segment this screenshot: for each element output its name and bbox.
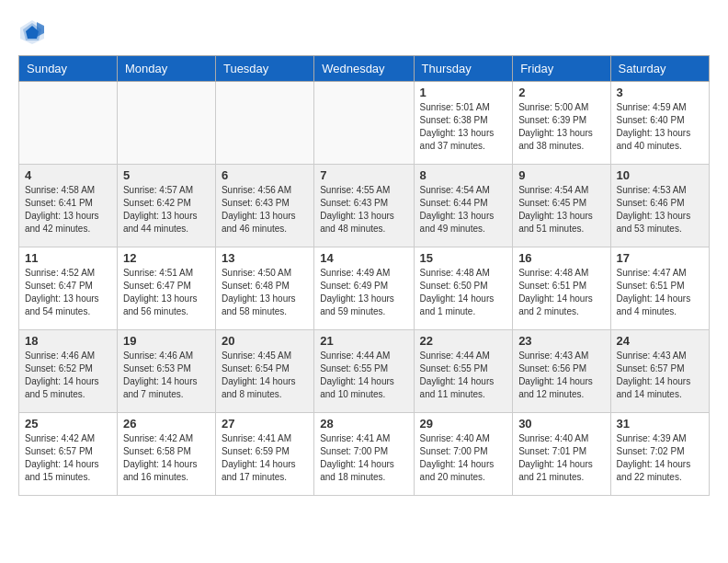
- calendar-cell: 5Sunrise: 4:57 AM Sunset: 6:42 PM Daylig…: [117, 165, 215, 247]
- calendar-cell: 1Sunrise: 5:01 AM Sunset: 6:38 PM Daylig…: [414, 82, 513, 165]
- day-info: Sunrise: 4:59 AM Sunset: 6:40 PM Dayligh…: [617, 101, 703, 153]
- day-info: Sunrise: 4:42 AM Sunset: 6:57 PM Dayligh…: [25, 432, 111, 484]
- calendar-cell: 8Sunrise: 4:54 AM Sunset: 6:44 PM Daylig…: [414, 165, 513, 247]
- calendar-cell: 12Sunrise: 4:51 AM Sunset: 6:47 PM Dayli…: [117, 247, 215, 330]
- calendar-cell: 31Sunrise: 4:39 AM Sunset: 7:02 PM Dayli…: [610, 413, 709, 496]
- calendar-cell: 24Sunrise: 4:43 AM Sunset: 6:57 PM Dayli…: [610, 330, 709, 413]
- day-number: 15: [420, 251, 507, 265]
- day-info: Sunrise: 4:40 AM Sunset: 7:01 PM Dayligh…: [518, 432, 604, 484]
- calendar-cell: 26Sunrise: 4:42 AM Sunset: 6:58 PM Dayli…: [117, 413, 215, 496]
- calendar-header-wednesday: Wednesday: [314, 56, 414, 82]
- day-number: 31: [617, 417, 703, 431]
- day-number: 29: [420, 417, 507, 431]
- day-number: 11: [25, 251, 111, 265]
- day-number: 25: [25, 417, 111, 431]
- day-info: Sunrise: 4:51 AM Sunset: 6:47 PM Dayligh…: [123, 267, 210, 318]
- day-number: 26: [123, 417, 210, 431]
- calendar-cell: 25Sunrise: 4:42 AM Sunset: 6:57 PM Dayli…: [19, 413, 118, 496]
- calendar-cell: 27Sunrise: 4:41 AM Sunset: 6:59 PM Dayli…: [215, 413, 313, 496]
- calendar-cell: 14Sunrise: 4:49 AM Sunset: 6:49 PM Dayli…: [314, 247, 414, 330]
- calendar-cell: 16Sunrise: 4:48 AM Sunset: 6:51 PM Dayli…: [513, 247, 610, 330]
- calendar-header-row: SundayMondayTuesdayWednesdayThursdayFrid…: [19, 56, 710, 82]
- calendar-cell: 17Sunrise: 4:47 AM Sunset: 6:51 PM Dayli…: [610, 247, 709, 330]
- day-info: Sunrise: 4:43 AM Sunset: 6:57 PM Dayligh…: [617, 350, 703, 401]
- calendar-cell: 18Sunrise: 4:46 AM Sunset: 6:52 PM Dayli…: [19, 330, 118, 413]
- calendar-table: SundayMondayTuesdayWednesdayThursdayFrid…: [18, 55, 710, 496]
- calendar-header-saturday: Saturday: [610, 56, 709, 82]
- day-number: 20: [222, 334, 308, 348]
- day-number: 7: [320, 168, 407, 182]
- calendar-cell: 3Sunrise: 4:59 AM Sunset: 6:40 PM Daylig…: [610, 82, 709, 165]
- logo: [18, 18, 48, 46]
- day-info: Sunrise: 4:44 AM Sunset: 6:55 PM Dayligh…: [320, 350, 407, 401]
- day-info: Sunrise: 4:48 AM Sunset: 6:50 PM Dayligh…: [420, 267, 507, 318]
- calendar-week-4: 18Sunrise: 4:46 AM Sunset: 6:52 PM Dayli…: [19, 330, 710, 413]
- day-info: Sunrise: 4:54 AM Sunset: 6:45 PM Dayligh…: [518, 184, 604, 236]
- calendar-cell: 23Sunrise: 4:43 AM Sunset: 6:56 PM Dayli…: [513, 330, 610, 413]
- calendar-header-friday: Friday: [513, 56, 610, 82]
- day-number: 23: [518, 334, 604, 348]
- calendar-cell: 7Sunrise: 4:55 AM Sunset: 6:43 PM Daylig…: [314, 165, 414, 247]
- day-number: 12: [123, 251, 210, 265]
- calendar-cell: 29Sunrise: 4:40 AM Sunset: 7:00 PM Dayli…: [414, 413, 513, 496]
- calendar-week-3: 11Sunrise: 4:52 AM Sunset: 6:47 PM Dayli…: [19, 247, 710, 330]
- day-info: Sunrise: 4:50 AM Sunset: 6:48 PM Dayligh…: [222, 267, 308, 318]
- logo-icon: [18, 18, 46, 46]
- day-number: 28: [320, 417, 407, 431]
- day-info: Sunrise: 4:39 AM Sunset: 7:02 PM Dayligh…: [617, 432, 703, 484]
- day-number: 5: [123, 168, 210, 182]
- day-info: Sunrise: 4:46 AM Sunset: 6:52 PM Dayligh…: [25, 350, 111, 401]
- day-number: 21: [320, 334, 407, 348]
- day-info: Sunrise: 4:46 AM Sunset: 6:53 PM Dayligh…: [123, 350, 210, 401]
- calendar-cell: 10Sunrise: 4:53 AM Sunset: 6:46 PM Dayli…: [610, 165, 709, 247]
- day-info: Sunrise: 4:53 AM Sunset: 6:46 PM Dayligh…: [617, 184, 703, 236]
- day-info: Sunrise: 4:43 AM Sunset: 6:56 PM Dayligh…: [518, 350, 604, 401]
- calendar-header-tuesday: Tuesday: [215, 56, 313, 82]
- day-info: Sunrise: 4:52 AM Sunset: 6:47 PM Dayligh…: [25, 267, 111, 318]
- calendar-cell: 2Sunrise: 5:00 AM Sunset: 6:39 PM Daylig…: [513, 82, 610, 165]
- day-number: 17: [617, 251, 703, 265]
- day-info: Sunrise: 4:42 AM Sunset: 6:58 PM Dayligh…: [123, 432, 210, 484]
- day-number: 8: [420, 168, 507, 182]
- calendar-cell: 21Sunrise: 4:44 AM Sunset: 6:55 PM Dayli…: [314, 330, 414, 413]
- day-info: Sunrise: 4:55 AM Sunset: 6:43 PM Dayligh…: [320, 184, 407, 236]
- day-number: 30: [518, 417, 604, 431]
- day-number: 13: [222, 251, 308, 265]
- day-info: Sunrise: 4:56 AM Sunset: 6:43 PM Dayligh…: [222, 184, 308, 236]
- day-info: Sunrise: 4:41 AM Sunset: 7:00 PM Dayligh…: [320, 432, 407, 484]
- day-info: Sunrise: 4:57 AM Sunset: 6:42 PM Dayligh…: [123, 184, 210, 236]
- day-info: Sunrise: 4:40 AM Sunset: 7:00 PM Dayligh…: [420, 432, 507, 484]
- calendar-week-2: 4Sunrise: 4:58 AM Sunset: 6:41 PM Daylig…: [19, 165, 710, 247]
- calendar-cell: 9Sunrise: 4:54 AM Sunset: 6:45 PM Daylig…: [513, 165, 610, 247]
- day-number: 14: [320, 251, 407, 265]
- calendar-week-5: 25Sunrise: 4:42 AM Sunset: 6:57 PM Dayli…: [19, 413, 710, 496]
- day-info: Sunrise: 4:49 AM Sunset: 6:49 PM Dayligh…: [320, 267, 407, 318]
- calendar-cell: 13Sunrise: 4:50 AM Sunset: 6:48 PM Dayli…: [215, 247, 313, 330]
- calendar-cell: [215, 82, 313, 165]
- day-info: Sunrise: 5:01 AM Sunset: 6:38 PM Dayligh…: [420, 101, 507, 153]
- calendar-cell: 19Sunrise: 4:46 AM Sunset: 6:53 PM Dayli…: [117, 330, 215, 413]
- day-number: 22: [420, 334, 507, 348]
- day-number: 9: [518, 168, 604, 182]
- day-number: 4: [25, 168, 111, 182]
- day-info: Sunrise: 5:00 AM Sunset: 6:39 PM Dayligh…: [518, 101, 604, 153]
- calendar-cell: [117, 82, 215, 165]
- day-number: 2: [518, 86, 604, 99]
- calendar-header-sunday: Sunday: [19, 56, 118, 82]
- day-info: Sunrise: 4:58 AM Sunset: 6:41 PM Dayligh…: [25, 184, 111, 236]
- calendar-cell: 15Sunrise: 4:48 AM Sunset: 6:50 PM Dayli…: [414, 247, 513, 330]
- day-number: 18: [25, 334, 111, 348]
- day-info: Sunrise: 4:41 AM Sunset: 6:59 PM Dayligh…: [222, 432, 308, 484]
- page-header: [18, 18, 710, 46]
- day-number: 27: [222, 417, 308, 431]
- calendar-header-monday: Monday: [117, 56, 215, 82]
- calendar-week-1: 1Sunrise: 5:01 AM Sunset: 6:38 PM Daylig…: [19, 82, 710, 165]
- day-number: 3: [617, 86, 703, 99]
- day-number: 10: [617, 168, 703, 182]
- day-info: Sunrise: 4:47 AM Sunset: 6:51 PM Dayligh…: [617, 267, 703, 318]
- day-number: 24: [617, 334, 703, 348]
- calendar-cell: [314, 82, 414, 165]
- calendar-cell: 30Sunrise: 4:40 AM Sunset: 7:01 PM Dayli…: [513, 413, 610, 496]
- calendar-cell: 28Sunrise: 4:41 AM Sunset: 7:00 PM Dayli…: [314, 413, 414, 496]
- day-number: 16: [518, 251, 604, 265]
